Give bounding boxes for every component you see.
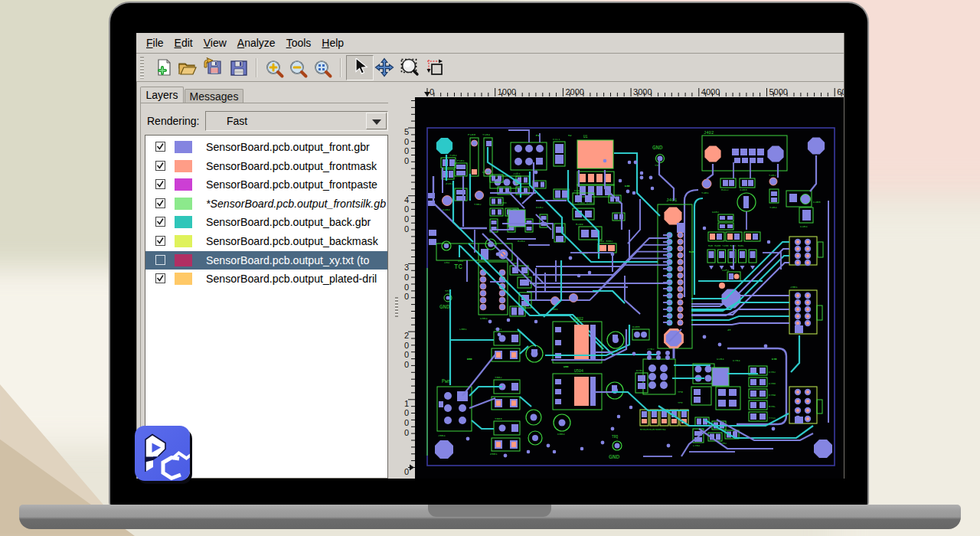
svg-text:C404: C404 [800, 225, 808, 228]
svg-text:R701R702R703R704: R701R702R703R704 [640, 428, 666, 431]
svg-text:0: 0 [404, 467, 409, 476]
svg-text:C708: C708 [769, 382, 776, 385]
svg-text:U502: U502 [574, 317, 583, 322]
svg-text:C30: C30 [625, 185, 629, 188]
svg-text:TPG: TPG [678, 391, 684, 394]
svg-text:D102: D102 [536, 206, 544, 209]
svg-text:0: 0 [404, 283, 409, 292]
svg-text:I4F2: I4F2 [722, 269, 730, 272]
svg-text:0: 0 [404, 428, 409, 437]
svg-text:U204: U204 [717, 358, 724, 361]
svg-text:GND: GND [439, 304, 450, 310]
svg-text:P103: P103 [468, 133, 476, 136]
svg-text:TRQ: TRQ [612, 435, 618, 439]
svg-text:0: 0 [404, 204, 409, 214]
svg-text:3000: 3000 [633, 87, 652, 96]
svg-text:R40: R40 [689, 250, 694, 253]
svg-text:T402: T402 [769, 174, 776, 177]
svg-text:4000: 4000 [701, 87, 720, 96]
svg-text:J401: J401 [666, 198, 678, 203]
svg-text:J4k1: J4k1 [513, 172, 521, 175]
svg-text:T502: T502 [495, 376, 502, 379]
svg-text:0: 0 [404, 146, 409, 155]
svg-text:R4B R40B T40B R4BC R40L: R4B R40B T40B R4BC R40L [708, 244, 744, 247]
svg-text:D702: D702 [636, 369, 644, 372]
svg-text:GND: GND [609, 453, 620, 460]
svg-text:3: 3 [404, 263, 409, 272]
svg-text:R412: R412 [721, 188, 729, 191]
svg-text:D50: D50 [467, 358, 472, 361]
svg-text:Z501: Z501 [490, 453, 498, 456]
svg-text:T304 R302: T304 R302 [597, 240, 613, 243]
svg-text:J702: J702 [647, 348, 655, 351]
svg-text:U402: U402 [712, 211, 720, 214]
svg-text:CCUL: CCUL [574, 189, 582, 192]
svg-text:C103: C103 [482, 171, 490, 174]
svg-text:0: 0 [404, 156, 409, 165]
svg-text:P101: P101 [457, 159, 465, 162]
svg-text:R208: R208 [499, 201, 507, 204]
svg-text:X04: X04 [444, 261, 450, 264]
svg-text:2: 2 [404, 331, 409, 340]
svg-text:U304: U304 [480, 317, 488, 320]
svg-text:C702: C702 [769, 371, 776, 374]
svg-text:J402: J402 [704, 130, 714, 136]
svg-text:T104: T104 [449, 154, 457, 157]
svg-text:J504: J504 [438, 434, 446, 437]
svg-text:R299: R299 [576, 223, 583, 226]
svg-text:0: 0 [404, 292, 409, 301]
svg-text:1000: 1000 [498, 87, 516, 96]
svg-text:D405: D405 [632, 325, 640, 328]
svg-text:U504: U504 [574, 369, 583, 374]
svg-text:C504: C504 [557, 433, 565, 436]
svg-text:0: 0 [404, 350, 409, 359]
svg-text:TC: TC [454, 263, 462, 271]
svg-text:1: 1 [404, 399, 409, 408]
svg-text:5: 5 [404, 127, 409, 136]
svg-text:T104: T104 [482, 133, 491, 136]
svg-text:I403: I403 [740, 188, 747, 191]
svg-text:0: 0 [404, 137, 409, 146]
svg-text:T401: T401 [701, 191, 709, 194]
svg-text:C709: C709 [769, 394, 776, 397]
svg-text:0: 0 [404, 214, 409, 224]
svg-text:T711: T711 [769, 417, 776, 420]
svg-text:R70L: R70L [769, 405, 776, 408]
svg-text:0: 0 [404, 224, 409, 234]
svg-text:J301: J301 [790, 286, 798, 289]
svg-text:T503: T503 [495, 417, 502, 420]
svg-text:0: 0 [404, 408, 409, 417]
svg-text:5000: 5000 [769, 87, 788, 96]
svg-text:TPE: TPE [678, 401, 684, 404]
svg-text:4: 4 [404, 195, 409, 204]
svg-text:Z102: Z102 [446, 182, 453, 185]
svg-text:L704: L704 [693, 444, 701, 447]
svg-text:2000: 2000 [565, 87, 583, 96]
svg-text:T302: T302 [474, 203, 482, 206]
svg-text:GND: GND [652, 145, 663, 151]
svg-text:P1: P1 [536, 134, 539, 137]
svg-text:C4B5: C4B5 [813, 201, 821, 204]
svg-text:0: 0 [404, 341, 409, 350]
svg-text:U1: U1 [583, 135, 588, 139]
svg-text:T2: T2 [568, 134, 571, 137]
svg-text:R204: R204 [518, 240, 525, 243]
svg-text:0: 0 [404, 418, 409, 427]
svg-text:T404: T404 [769, 206, 777, 209]
svg-text:C1L1: C1L1 [553, 138, 560, 141]
svg-text:C70: C70 [772, 358, 776, 361]
svg-text:C704: C704 [733, 359, 740, 362]
svg-text:L501: L501 [459, 328, 467, 331]
svg-text:J7: J7 [727, 328, 730, 332]
svg-text:U50: U50 [564, 365, 568, 368]
svg-text:0: 0 [404, 273, 409, 282]
svg-text:C104: C104 [443, 208, 450, 211]
svg-text:0: 0 [404, 360, 409, 369]
